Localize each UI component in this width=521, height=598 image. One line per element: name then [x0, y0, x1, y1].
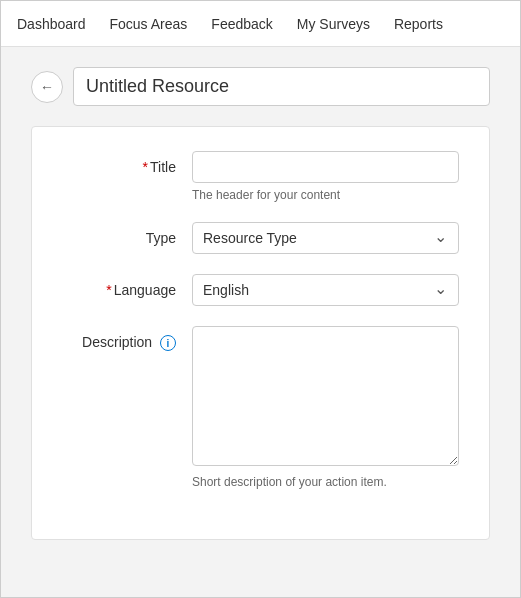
title-field-row: *Title The header for your content	[62, 151, 459, 202]
nav-item-reports[interactable]: Reports	[394, 12, 443, 36]
description-info-icon[interactable]: i	[160, 335, 176, 351]
description-hint: Short description of your action item.	[192, 475, 459, 489]
language-field-row: *Language English Spanish French German	[62, 274, 459, 306]
nav-item-feedback[interactable]: Feedback	[211, 12, 272, 36]
language-select-wrapper: English Spanish French German	[192, 274, 459, 306]
language-select[interactable]: English Spanish French German	[192, 274, 459, 306]
nav-bar: Dashboard Focus Areas Feedback My Survey…	[1, 1, 520, 47]
nav-item-dashboard[interactable]: Dashboard	[17, 12, 86, 36]
type-select[interactable]: Resource Type Article Video Document Lin…	[192, 222, 459, 254]
type-control-wrap: Resource Type Article Video Document Lin…	[192, 222, 459, 254]
title-control-wrap: The header for your content	[192, 151, 459, 202]
page-content: ← *Title The header for your content Typ…	[1, 47, 520, 560]
type-field-row: Type Resource Type Article Video Documen…	[62, 222, 459, 254]
page-title-input[interactable]	[73, 67, 490, 106]
nav-item-my-surveys[interactable]: My Surveys	[297, 12, 370, 36]
title-row: ←	[31, 67, 490, 106]
nav-item-focus-areas[interactable]: Focus Areas	[110, 12, 188, 36]
language-label: *Language	[62, 274, 192, 298]
description-label: Description i	[62, 326, 192, 351]
required-star-title: *	[143, 159, 148, 175]
title-label: *Title	[62, 151, 192, 175]
back-button[interactable]: ←	[31, 71, 63, 103]
form-card: *Title The header for your content Type …	[31, 126, 490, 540]
description-control-wrap: Short description of your action item.	[192, 326, 459, 489]
description-textarea[interactable]	[192, 326, 459, 466]
description-field-row: Description i Short description of your …	[62, 326, 459, 489]
type-select-wrapper: Resource Type Article Video Document Lin…	[192, 222, 459, 254]
required-star-language: *	[106, 282, 111, 298]
language-control-wrap: English Spanish French German	[192, 274, 459, 306]
title-hint: The header for your content	[192, 188, 459, 202]
type-label: Type	[62, 222, 192, 246]
title-input[interactable]	[192, 151, 459, 183]
